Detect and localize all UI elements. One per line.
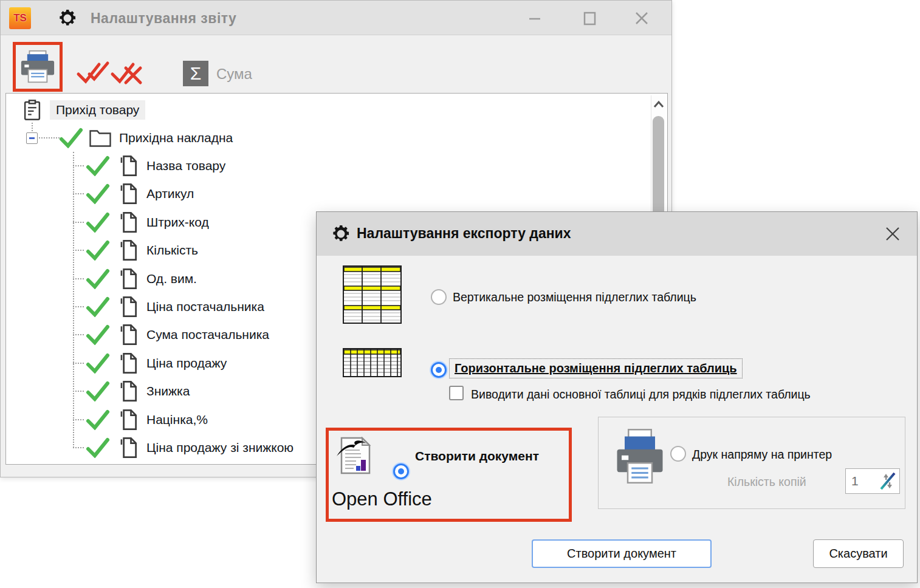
check-icon[interactable] <box>85 183 111 204</box>
tree-connector <box>73 419 84 420</box>
tree-field-label: Кількість <box>146 243 198 258</box>
tree-field-row[interactable]: Ціна постачальника <box>6 293 264 321</box>
tree-field-row[interactable]: Кількість <box>6 236 198 264</box>
minimize-button[interactable] <box>524 9 545 27</box>
tree-field-label: Ціна продажу зі знижкою <box>146 440 294 455</box>
tree-field-row[interactable]: Штрих-код <box>6 208 209 236</box>
tree-connector <box>73 363 84 364</box>
tree-connector <box>73 250 84 251</box>
field-page-icon <box>120 183 139 205</box>
create-document-radio[interactable] <box>393 463 409 479</box>
tree-root-row[interactable]: Прихід товару <box>23 96 145 124</box>
export-titlebar[interactable]: Налаштування експорту даних <box>317 212 917 256</box>
horizontal-tables-icon <box>343 348 402 377</box>
check-icon[interactable] <box>85 437 111 458</box>
check-all-button[interactable] <box>76 60 110 87</box>
printer-icon <box>20 50 55 84</box>
tree-field-row[interactable]: Знижка <box>6 377 190 405</box>
spinner-updown-icon[interactable] <box>876 469 899 493</box>
tree-connector <box>73 334 84 335</box>
tree-field-label: Штрих-код <box>146 215 209 230</box>
check-icon[interactable] <box>85 324 111 345</box>
tree-field-label: Артикул <box>146 186 194 201</box>
scroll-up-icon[interactable] <box>653 100 664 109</box>
check-icon[interactable] <box>85 268 111 289</box>
maximize-button[interactable] <box>579 9 600 27</box>
tree-field-label: Назва товару <box>146 159 225 173</box>
tree-field-label: Ціна постачальника <box>146 299 264 314</box>
report-toolbar: Σ Сума <box>1 35 671 93</box>
direct-print-radio[interactable] <box>670 446 686 462</box>
crossed-check-icon <box>110 60 144 85</box>
collapse-expander[interactable] <box>26 132 38 144</box>
tree-root-label: Прихід товару <box>50 100 145 120</box>
check-icon[interactable] <box>58 128 84 148</box>
sum-button[interactable]: Σ <box>183 61 208 86</box>
cancel-button[interactable]: Скасувати <box>813 539 904 568</box>
export-window-title: Налаштування експорту даних <box>357 225 571 242</box>
clipboard-icon <box>23 99 41 121</box>
print-button-highlighted[interactable] <box>13 42 63 92</box>
copies-input[interactable] <box>846 469 876 493</box>
check-icon[interactable] <box>85 156 111 176</box>
create-document-radio-label[interactable]: Створити документ <box>415 449 539 463</box>
copies-count-label: Кількість копій <box>727 475 806 489</box>
tree-connector <box>73 278 84 279</box>
check-icon[interactable] <box>85 212 111 233</box>
field-page-icon <box>120 239 139 261</box>
export-settings-window: Налаштування експорту даних Вертикальне … <box>316 211 918 583</box>
tree-field-row[interactable]: Націнка,% <box>6 406 208 434</box>
tree-group-label: Прихідна накладна <box>119 131 233 145</box>
field-page-icon <box>120 268 139 290</box>
tree-field-label: Ціна продажу <box>146 356 227 371</box>
tree-connector <box>73 391 84 392</box>
report-titlebar[interactable]: TS Налаштування звіту <box>1 1 671 35</box>
field-page-icon <box>120 352 139 374</box>
sum-label: Сума <box>216 66 252 83</box>
tree-field-row[interactable]: Од. вим. <box>6 265 197 293</box>
field-page-icon <box>120 380 139 402</box>
check-icon[interactable] <box>85 240 111 261</box>
open-office-label: Open Office <box>332 488 432 510</box>
field-page-icon <box>120 437 139 459</box>
vertical-tables-icon <box>343 265 402 324</box>
main-table-rows-checkbox[interactable] <box>449 386 464 400</box>
close-button[interactable] <box>884 225 901 245</box>
check-icon[interactable] <box>85 409 111 430</box>
tree-field-label: Од. вим. <box>146 272 197 286</box>
horizontal-layout-label[interactable]: Горизонтальне розміщення підлеглих табли… <box>455 361 737 375</box>
horizontal-layout-label-box[interactable]: Горизонтальне розміщення підлеглих табли… <box>449 358 743 378</box>
tree-connector <box>73 447 84 448</box>
tree-field-row[interactable]: Ціна продажу зі знижкою <box>6 434 294 462</box>
vertical-layout-label[interactable]: Вертикальне розміщення підлеглих таблиць <box>453 290 696 304</box>
report-window-title: Налаштування звіту <box>91 10 236 27</box>
tree-field-row[interactable]: Назва товару <box>6 152 225 180</box>
main-table-rows-label[interactable]: Виводити дані основної таблиці для рядкі… <box>471 388 811 402</box>
gear-icon <box>331 224 351 244</box>
close-button[interactable] <box>631 9 652 27</box>
field-page-icon <box>120 296 139 318</box>
tree-field-row[interactable]: Сума постачальника <box>6 321 269 349</box>
direct-print-group: Друк напряму на принтер Кількість копій <box>598 417 905 509</box>
uncheck-all-button[interactable] <box>110 60 144 87</box>
tree-field-row[interactable]: Артикул <box>6 180 194 208</box>
create-document-button[interactable]: Створити документ <box>532 539 712 568</box>
folder-icon <box>89 128 112 148</box>
direct-print-label[interactable]: Друк напряму на принтер <box>692 448 832 462</box>
check-icon[interactable] <box>85 381 111 402</box>
tree-field-row[interactable]: Ціна продажу <box>6 349 227 377</box>
field-page-icon <box>120 324 139 346</box>
tree-connector <box>73 165 84 166</box>
sigma-icon: Σ <box>190 63 202 84</box>
tree-connector <box>73 222 84 223</box>
check-icon[interactable] <box>85 296 111 317</box>
field-page-icon <box>120 409 139 431</box>
check-icon[interactable] <box>85 353 111 374</box>
copies-spinner[interactable] <box>845 468 900 494</box>
horizontal-layout-radio[interactable] <box>431 362 447 378</box>
create-document-button-label: Створити документ <box>567 547 676 561</box>
tree-connector <box>73 306 84 307</box>
vertical-layout-radio[interactable] <box>431 289 447 305</box>
cancel-button-label: Скасувати <box>829 547 887 561</box>
tree-group-row[interactable]: Прихідна накладна <box>26 124 233 152</box>
